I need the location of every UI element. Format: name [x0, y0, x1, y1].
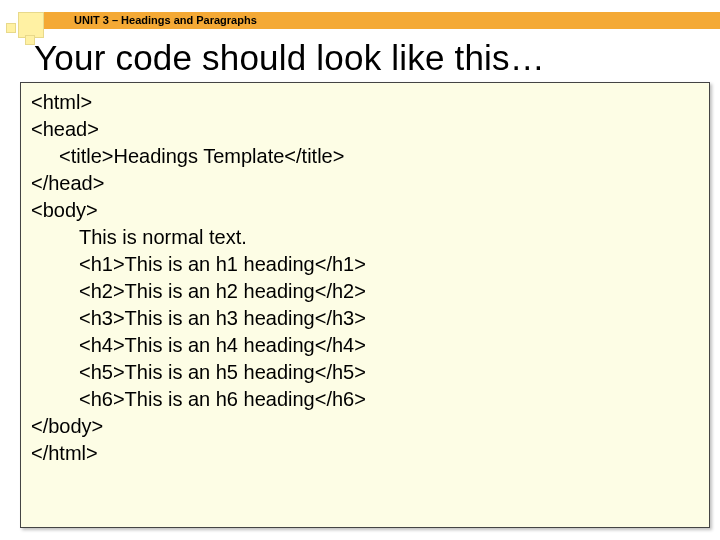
- code-line: <h2>This is an h2 heading</h2>: [31, 278, 699, 305]
- code-line: <html>: [31, 89, 699, 116]
- code-line: <title>Headings Template</title>: [31, 143, 699, 170]
- code-line: </body>: [31, 413, 699, 440]
- slide-title: Your code should look like this…: [34, 38, 545, 78]
- code-line: </head>: [31, 170, 699, 197]
- code-line: <h3>This is an h3 heading</h3>: [31, 305, 699, 332]
- code-line: <h4>This is an h4 heading</h4>: [31, 332, 699, 359]
- code-line: <head>: [31, 116, 699, 143]
- code-line: <h5>This is an h5 heading</h5>: [31, 359, 699, 386]
- decor-square-small-1: [6, 23, 16, 33]
- unit-label: UNIT 3 – Headings and Paragraphs: [74, 14, 257, 26]
- code-line: This is normal text.: [31, 224, 699, 251]
- code-line: <h1>This is an h1 heading</h1>: [31, 251, 699, 278]
- code-line: <body>: [31, 197, 699, 224]
- code-line: <h6>This is an h6 heading</h6>: [31, 386, 699, 413]
- code-line: </html>: [31, 440, 699, 467]
- code-example-box: <html> <head> <title>Headings Template</…: [20, 82, 710, 528]
